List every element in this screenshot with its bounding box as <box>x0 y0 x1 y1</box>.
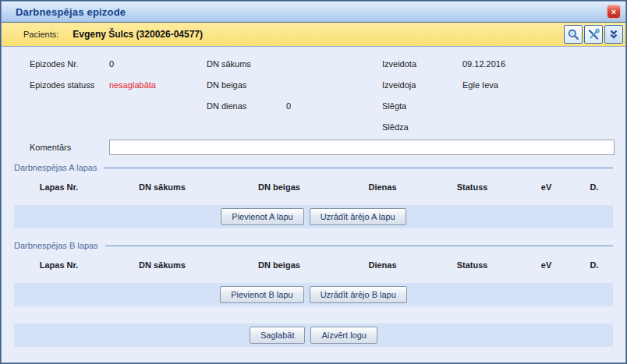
patient-name: Evgeny Šulcs (320026-04577) <box>73 29 203 40</box>
patient-bar: Pacients: Evgeny Šulcs (320026-04577) <box>2 23 625 47</box>
section-b-button-strip: Pievienot B lapu Uzrādīt ārējo B lapu <box>14 283 613 306</box>
episode-nr-label: Epizodes Nr. <box>30 59 78 69</box>
close-icon[interactable]: × <box>607 5 621 19</box>
section-a-title: Darbnespējas A lapas <box>14 161 613 173</box>
save-button[interactable]: Saglabāt <box>250 327 305 344</box>
section-b-title: Darbnespējas B lapas <box>14 239 613 251</box>
episode-status-label: Epizodes statuss <box>30 80 94 90</box>
episode-nr-value: 0 <box>109 59 114 69</box>
window-titlebar: Darbnespējas epizode × <box>2 2 625 23</box>
col-dn-beigas: DN beigas <box>221 182 338 194</box>
comment-label: Komentārs <box>30 143 71 152</box>
col-statuss: Statuss <box>427 260 517 272</box>
window-title: Darbnespējas epizode <box>16 6 126 18</box>
add-b-sheet-button[interactable]: Pievienot B lapu <box>220 286 304 303</box>
col-lapas-nr: Lapas Nr. <box>14 260 104 272</box>
collapse-icon[interactable] <box>604 25 623 44</box>
show-external-a-sheet-button[interactable]: Uzrādīt ārējo A lapu <box>310 208 406 225</box>
section-a-table-headers: Lapas Nr. DN sākums DN beigas Dienas Sta… <box>14 182 613 194</box>
section-a-divider <box>104 168 613 168</box>
col-dienas: Dienas <box>338 260 427 272</box>
col-d: D. <box>576 260 613 272</box>
close-window-button[interactable]: Aizvērt logu <box>310 327 377 344</box>
tools-icon[interactable] <box>584 25 603 44</box>
col-lapas-nr: Lapas Nr. <box>14 182 104 194</box>
section-a-button-strip: Pievienot A lapu Uzrādīt ārējo A lapu <box>14 205 613 228</box>
section-b-table-headers: Lapas Nr. DN sākums DN beigas Dienas Sta… <box>14 260 613 272</box>
show-external-b-sheet-button[interactable]: Uzrādīt ārējo B lapu <box>310 286 407 303</box>
created-by-label: Izveidoja <box>382 80 416 90</box>
comment-input[interactable] <box>109 140 615 155</box>
footer-button-strip: Saglabāt Aizvērt logu <box>14 323 613 347</box>
col-ev: eV <box>517 182 576 194</box>
created-date-value: 09.12.2016 <box>462 59 505 69</box>
section-b-title-text: Darbnespējas B lapas <box>14 241 98 250</box>
closed-by-label: Slēdza <box>382 122 409 132</box>
incapacity-episode-window: Darbnespējas epizode × Pacients: Evgeny … <box>0 0 627 364</box>
col-statuss: Statuss <box>427 182 517 194</box>
dn-days-value: 0 <box>286 101 291 111</box>
col-d: D. <box>576 182 613 194</box>
episode-status-value: nesaglabāta <box>109 80 156 90</box>
col-ev: eV <box>517 260 576 272</box>
col-dienas: Dienas <box>338 182 427 194</box>
section-a-title-text: Darbnespējas A lapas <box>14 163 97 172</box>
episode-form: Epizodes Nr. 0 Epizodes statuss nesaglab… <box>2 47 625 157</box>
dn-days-label: DN dienas <box>207 101 246 111</box>
dn-end-label: DN beigas <box>207 80 246 90</box>
section-b-divider <box>105 246 613 246</box>
col-dn-sakums: DN sākums <box>104 182 221 194</box>
created-date-label: Izveidota <box>382 59 416 69</box>
patient-toolbar <box>564 25 623 44</box>
search-icon[interactable] <box>564 25 583 44</box>
col-dn-sakums: DN sākums <box>104 260 221 272</box>
created-by-value: Egle Ieva <box>462 80 498 90</box>
col-dn-beigas: DN beigas <box>221 260 338 272</box>
patient-label: Pacients: <box>23 30 58 39</box>
closed-date-label: Slēgta <box>382 101 406 111</box>
dn-start-label: DN sākums <box>207 59 251 69</box>
add-a-sheet-button[interactable]: Pievienot A lapu <box>221 208 303 225</box>
